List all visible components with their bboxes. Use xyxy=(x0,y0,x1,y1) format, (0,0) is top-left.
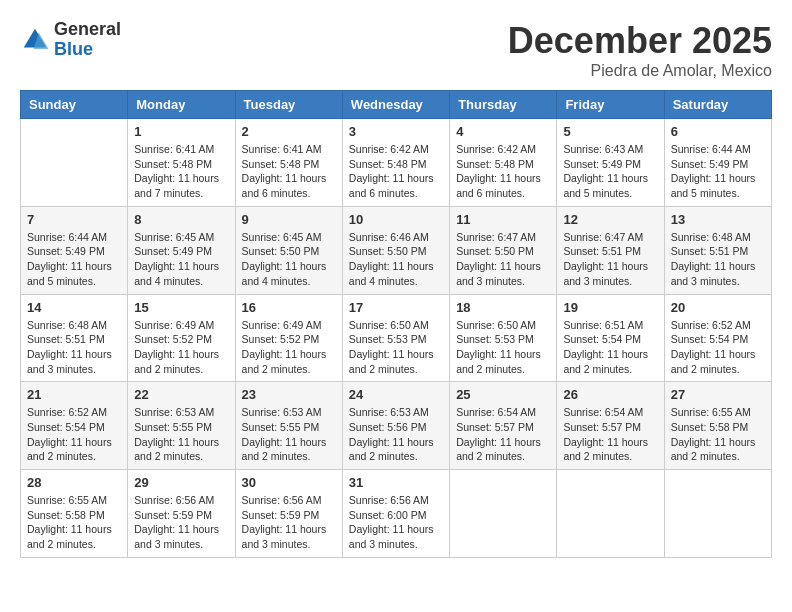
days-of-week-row: SundayMondayTuesdayWednesdayThursdayFrid… xyxy=(21,91,772,119)
calendar-week-row: 1Sunrise: 6:41 AMSunset: 5:48 PMDaylight… xyxy=(21,119,772,207)
calendar-day-cell: 27Sunrise: 6:55 AMSunset: 5:58 PMDayligh… xyxy=(664,382,771,470)
calendar-day-cell: 25Sunrise: 6:54 AMSunset: 5:57 PMDayligh… xyxy=(450,382,557,470)
day-number: 17 xyxy=(349,300,443,315)
day-number: 24 xyxy=(349,387,443,402)
day-info: Sunrise: 6:52 AMSunset: 5:54 PMDaylight:… xyxy=(671,318,765,377)
day-info: Sunrise: 6:55 AMSunset: 5:58 PMDaylight:… xyxy=(27,493,121,552)
day-info: Sunrise: 6:55 AMSunset: 5:58 PMDaylight:… xyxy=(671,405,765,464)
month-title: December 2025 xyxy=(508,20,772,62)
calendar-table: SundayMondayTuesdayWednesdayThursdayFrid… xyxy=(20,90,772,558)
calendar-day-cell: 23Sunrise: 6:53 AMSunset: 5:55 PMDayligh… xyxy=(235,382,342,470)
logo-text: General Blue xyxy=(54,20,121,60)
day-info: Sunrise: 6:56 AMSunset: 5:59 PMDaylight:… xyxy=(242,493,336,552)
day-number: 6 xyxy=(671,124,765,139)
day-number: 2 xyxy=(242,124,336,139)
calendar-day-cell: 31Sunrise: 6:56 AMSunset: 6:00 PMDayligh… xyxy=(342,470,449,558)
calendar-day-cell: 13Sunrise: 6:48 AMSunset: 5:51 PMDayligh… xyxy=(664,206,771,294)
title-block: December 2025 Piedra de Amolar, Mexico xyxy=(508,20,772,80)
day-number: 10 xyxy=(349,212,443,227)
logo-blue-text: Blue xyxy=(54,40,121,60)
day-info: Sunrise: 6:44 AMSunset: 5:49 PMDaylight:… xyxy=(671,142,765,201)
calendar-header: SundayMondayTuesdayWednesdayThursdayFrid… xyxy=(21,91,772,119)
day-info: Sunrise: 6:45 AMSunset: 5:50 PMDaylight:… xyxy=(242,230,336,289)
day-info: Sunrise: 6:50 AMSunset: 5:53 PMDaylight:… xyxy=(456,318,550,377)
logo-general-text: General xyxy=(54,20,121,40)
day-info: Sunrise: 6:49 AMSunset: 5:52 PMDaylight:… xyxy=(242,318,336,377)
day-number: 7 xyxy=(27,212,121,227)
day-info: Sunrise: 6:47 AMSunset: 5:50 PMDaylight:… xyxy=(456,230,550,289)
day-info: Sunrise: 6:44 AMSunset: 5:49 PMDaylight:… xyxy=(27,230,121,289)
calendar-day-cell: 18Sunrise: 6:50 AMSunset: 5:53 PMDayligh… xyxy=(450,294,557,382)
day-info: Sunrise: 6:49 AMSunset: 5:52 PMDaylight:… xyxy=(134,318,228,377)
calendar-day-cell: 7Sunrise: 6:44 AMSunset: 5:49 PMDaylight… xyxy=(21,206,128,294)
calendar-day-cell xyxy=(664,470,771,558)
day-number: 20 xyxy=(671,300,765,315)
day-of-week-header: Sunday xyxy=(21,91,128,119)
calendar-day-cell: 30Sunrise: 6:56 AMSunset: 5:59 PMDayligh… xyxy=(235,470,342,558)
page-header: General Blue December 2025 Piedra de Amo… xyxy=(20,20,772,80)
day-of-week-header: Wednesday xyxy=(342,91,449,119)
day-number: 21 xyxy=(27,387,121,402)
calendar-day-cell: 3Sunrise: 6:42 AMSunset: 5:48 PMDaylight… xyxy=(342,119,449,207)
day-number: 13 xyxy=(671,212,765,227)
calendar-day-cell: 12Sunrise: 6:47 AMSunset: 5:51 PMDayligh… xyxy=(557,206,664,294)
day-number: 9 xyxy=(242,212,336,227)
logo: General Blue xyxy=(20,20,121,60)
calendar-day-cell: 10Sunrise: 6:46 AMSunset: 5:50 PMDayligh… xyxy=(342,206,449,294)
calendar-day-cell xyxy=(21,119,128,207)
day-number: 12 xyxy=(563,212,657,227)
day-of-week-header: Saturday xyxy=(664,91,771,119)
calendar-body: 1Sunrise: 6:41 AMSunset: 5:48 PMDaylight… xyxy=(21,119,772,558)
calendar-day-cell: 19Sunrise: 6:51 AMSunset: 5:54 PMDayligh… xyxy=(557,294,664,382)
day-info: Sunrise: 6:54 AMSunset: 5:57 PMDaylight:… xyxy=(456,405,550,464)
day-info: Sunrise: 6:46 AMSunset: 5:50 PMDaylight:… xyxy=(349,230,443,289)
day-info: Sunrise: 6:52 AMSunset: 5:54 PMDaylight:… xyxy=(27,405,121,464)
day-number: 31 xyxy=(349,475,443,490)
day-number: 1 xyxy=(134,124,228,139)
calendar-week-row: 28Sunrise: 6:55 AMSunset: 5:58 PMDayligh… xyxy=(21,470,772,558)
calendar-week-row: 7Sunrise: 6:44 AMSunset: 5:49 PMDaylight… xyxy=(21,206,772,294)
logo-icon xyxy=(20,25,50,55)
day-of-week-header: Tuesday xyxy=(235,91,342,119)
day-number: 14 xyxy=(27,300,121,315)
day-info: Sunrise: 6:42 AMSunset: 5:48 PMDaylight:… xyxy=(349,142,443,201)
calendar-day-cell: 14Sunrise: 6:48 AMSunset: 5:51 PMDayligh… xyxy=(21,294,128,382)
calendar-day-cell: 6Sunrise: 6:44 AMSunset: 5:49 PMDaylight… xyxy=(664,119,771,207)
day-number: 15 xyxy=(134,300,228,315)
day-number: 18 xyxy=(456,300,550,315)
calendar-day-cell: 22Sunrise: 6:53 AMSunset: 5:55 PMDayligh… xyxy=(128,382,235,470)
day-number: 29 xyxy=(134,475,228,490)
day-info: Sunrise: 6:50 AMSunset: 5:53 PMDaylight:… xyxy=(349,318,443,377)
location-text: Piedra de Amolar, Mexico xyxy=(508,62,772,80)
calendar-week-row: 14Sunrise: 6:48 AMSunset: 5:51 PMDayligh… xyxy=(21,294,772,382)
calendar-day-cell xyxy=(557,470,664,558)
calendar-day-cell: 9Sunrise: 6:45 AMSunset: 5:50 PMDaylight… xyxy=(235,206,342,294)
calendar-day-cell: 4Sunrise: 6:42 AMSunset: 5:48 PMDaylight… xyxy=(450,119,557,207)
calendar-day-cell: 15Sunrise: 6:49 AMSunset: 5:52 PMDayligh… xyxy=(128,294,235,382)
day-number: 27 xyxy=(671,387,765,402)
calendar-day-cell: 28Sunrise: 6:55 AMSunset: 5:58 PMDayligh… xyxy=(21,470,128,558)
day-of-week-header: Monday xyxy=(128,91,235,119)
day-info: Sunrise: 6:53 AMSunset: 5:55 PMDaylight:… xyxy=(134,405,228,464)
calendar-day-cell: 11Sunrise: 6:47 AMSunset: 5:50 PMDayligh… xyxy=(450,206,557,294)
calendar-day-cell: 24Sunrise: 6:53 AMSunset: 5:56 PMDayligh… xyxy=(342,382,449,470)
calendar-day-cell: 2Sunrise: 6:41 AMSunset: 5:48 PMDaylight… xyxy=(235,119,342,207)
day-number: 22 xyxy=(134,387,228,402)
calendar-day-cell xyxy=(450,470,557,558)
day-number: 11 xyxy=(456,212,550,227)
day-number: 28 xyxy=(27,475,121,490)
day-info: Sunrise: 6:48 AMSunset: 5:51 PMDaylight:… xyxy=(27,318,121,377)
day-number: 8 xyxy=(134,212,228,227)
calendar-week-row: 21Sunrise: 6:52 AMSunset: 5:54 PMDayligh… xyxy=(21,382,772,470)
day-info: Sunrise: 6:47 AMSunset: 5:51 PMDaylight:… xyxy=(563,230,657,289)
day-info: Sunrise: 6:56 AMSunset: 5:59 PMDaylight:… xyxy=(134,493,228,552)
calendar-day-cell: 16Sunrise: 6:49 AMSunset: 5:52 PMDayligh… xyxy=(235,294,342,382)
day-number: 19 xyxy=(563,300,657,315)
calendar-day-cell: 26Sunrise: 6:54 AMSunset: 5:57 PMDayligh… xyxy=(557,382,664,470)
calendar-day-cell: 1Sunrise: 6:41 AMSunset: 5:48 PMDaylight… xyxy=(128,119,235,207)
day-info: Sunrise: 6:53 AMSunset: 5:55 PMDaylight:… xyxy=(242,405,336,464)
day-info: Sunrise: 6:48 AMSunset: 5:51 PMDaylight:… xyxy=(671,230,765,289)
day-info: Sunrise: 6:54 AMSunset: 5:57 PMDaylight:… xyxy=(563,405,657,464)
calendar-day-cell: 17Sunrise: 6:50 AMSunset: 5:53 PMDayligh… xyxy=(342,294,449,382)
day-info: Sunrise: 6:41 AMSunset: 5:48 PMDaylight:… xyxy=(134,142,228,201)
